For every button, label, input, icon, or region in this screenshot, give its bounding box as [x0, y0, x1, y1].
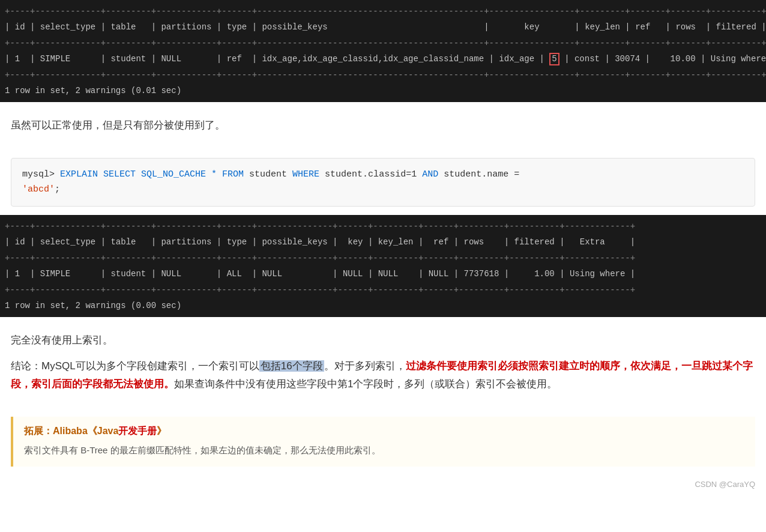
- page-footer: CSDN @CaraYQ: [0, 475, 766, 489]
- terminal2-sep-top: +----+-------------+---------+----------…: [0, 219, 766, 234]
- terminal2-sep-bot: +----+-------------+---------+----------…: [0, 282, 766, 298]
- terminal2-row: | 1 | SIMPLE | student | NULL | ALL | NU…: [0, 266, 766, 282]
- terminal-block-1: +----+-------------+---------+----------…: [0, 0, 766, 102]
- terminal2-sep-mid: +----+-------------+---------+----------…: [0, 250, 766, 266]
- terminal2-footer: 1 row in set, 2 warnings (0.00 sec): [0, 298, 766, 313]
- terminal1-sep-bot: +----+-------------+---------+----------…: [0, 67, 766, 83]
- callout-body: 索引文件具有 B-Tree 的最左前缀匹配特性，如果左边的值未确定，那么无法使用…: [24, 443, 744, 458]
- sql-line-2: 'abcd';: [22, 182, 744, 198]
- terminal1-sep-top: +----+-------------+---------+----------…: [0, 4, 766, 19]
- terminal-block-2: +----+-------------+---------+----------…: [0, 215, 766, 317]
- conclusion-highlight: 包括16个字段: [259, 360, 324, 372]
- callout-box: 拓展：Alibaba《Java开发手册》 索引文件具有 B-Tree 的最左前缀…: [11, 417, 755, 467]
- prose-text-2: 完全没有使用上索引。: [11, 331, 755, 350]
- sql-code-block: mysql> EXPLAIN SELECT SQL_NO_CACHE * FRO…: [11, 158, 755, 207]
- prose-text-1: 虽然可以正常使用，但是只有部分被使用到了。: [11, 116, 755, 135]
- callout-title-suffix: 》: [157, 426, 166, 436]
- prose-section-1: 虽然可以正常使用，但是只有部分被使用到了。: [0, 102, 766, 150]
- sql-line-1: mysql> EXPLAIN SELECT SQL_NO_CACHE * FRO…: [22, 167, 744, 183]
- page-wrapper: +----+-------------+---------+----------…: [0, 0, 766, 532]
- terminal1-header: | id | select_type | table | partitions …: [0, 19, 766, 35]
- footer-text: CSDN @CaraYQ: [695, 480, 755, 489]
- prose-section-2: 完全没有使用上索引。 结论：MySQL可以为多个字段创建索引，一个索引可以包括1…: [0, 317, 766, 408]
- terminal2-header: | id | select_type | table | partitions …: [0, 234, 766, 250]
- conclusion-middle: 。对于多列索引，: [324, 360, 406, 372]
- conclusion-suffix: 如果查询条件中没有使用这些字段中第1个字段时，多列（或联合）索引不会被使用。: [174, 378, 557, 390]
- terminal1-row: | 1 | SIMPLE | student | NULL | ref | id…: [0, 51, 766, 67]
- callout-title-bold: 开发手册: [118, 426, 157, 436]
- conclusion-paragraph: 结论：MySQL可以为多个字段创建索引，一个索引可以包括16个字段。对于多列索引…: [11, 357, 755, 394]
- conclusion-prefix: 结论：MySQL可以为多个字段创建索引，一个索引可以: [11, 360, 259, 372]
- callout-title: 拓展：Alibaba《Java开发手册》: [24, 425, 744, 438]
- callout-title-prefix: 拓展：Alibaba《Java: [24, 426, 118, 436]
- terminal1-footer: 1 row in set, 2 warnings (0.01 sec): [0, 83, 766, 98]
- terminal1-sep-mid: +----+-------------+---------+----------…: [0, 35, 766, 51]
- key-len-highlight: 5: [549, 53, 559, 65]
